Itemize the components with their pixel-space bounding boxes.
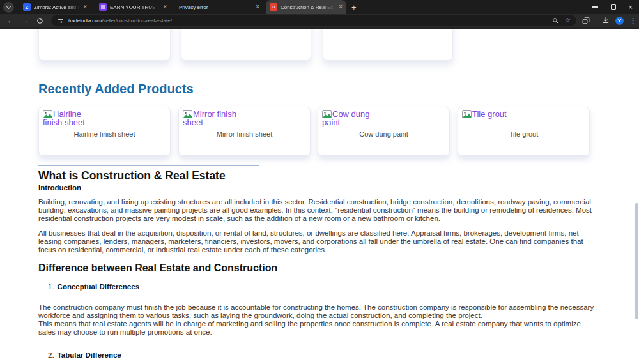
download-icon[interactable] <box>602 17 610 24</box>
list-label: Tabular Difference <box>58 351 121 359</box>
recently-added-heading: Recently Added Products <box>38 82 194 96</box>
article-title: What is Construction & Real Estate <box>38 169 226 183</box>
product-caption: Tile grout <box>458 130 589 138</box>
tab-title: Construction & Real Esta <box>281 4 336 10</box>
paragraph: Building, renovating, and fixing up exis… <box>38 198 594 223</box>
back-icon[interactable]: ← <box>7 17 14 24</box>
address-bar[interactable]: tradeindia.com/seller/construction-real-… <box>51 15 576 26</box>
product-image-link[interactable]: Tile grout <box>462 110 532 118</box>
new-tab-button[interactable]: + <box>351 3 357 12</box>
close-icon[interactable]: × <box>339 4 343 10</box>
paragraph-line: The construction company must finish the… <box>38 303 594 320</box>
close-icon[interactable]: × <box>163 4 167 10</box>
list-item-tabular: 2. Tabular Difference <box>48 351 121 359</box>
partial-product-card[interactable] <box>38 29 171 61</box>
minimize-icon[interactable] <box>592 6 598 7</box>
chevron-down-icon <box>6 4 11 8</box>
broken-image-icon <box>462 110 472 118</box>
profile-avatar[interactable]: Y <box>615 17 624 25</box>
product-caption: Cow dung paint <box>318 130 449 138</box>
product-caption: Hairline finish sheet <box>39 130 170 138</box>
tab-title: EARN YOUR TRUST STA <box>110 4 160 10</box>
product-card[interactable]: Hairline finish sheet Hairline finish sh… <box>38 107 171 156</box>
close-icon[interactable]: × <box>83 4 87 10</box>
introduction-heading: Introduction <box>38 184 81 192</box>
close-icon[interactable]: × <box>256 4 259 10</box>
tab-search-button[interactable] <box>3 2 14 13</box>
tab-construction-active[interactable]: TI Construction & Real Esta × <box>266 0 346 14</box>
url-path: /seller/construction-real-estate/ <box>102 18 171 24</box>
tab-privacy-error[interactable]: Privacy error × <box>175 0 263 14</box>
paragraph: The construction company must finish the… <box>38 303 594 337</box>
toolbar-separator <box>596 17 596 24</box>
tab-separator <box>93 4 93 10</box>
list-number: 1. <box>48 283 54 291</box>
tab-bar: Z Zimbra: Active and Brok × EARN YOUR TR… <box>0 0 639 14</box>
partial-product-card[interactable] <box>323 29 453 61</box>
screenshot-stage: Z Zimbra: Active and Brok × EARN YOUR TR… <box>0 0 639 364</box>
tab-separator <box>173 4 173 10</box>
list-number: 2. <box>48 351 54 359</box>
forward-icon[interactable]: → <box>22 17 29 24</box>
product-image-link[interactable]: Mirror finish sheet <box>183 110 253 126</box>
tab-zimbra[interactable]: Z Zimbra: Active and Brok × <box>19 0 91 14</box>
tab-earn-trust[interactable]: EARN YOUR TRUST STA × <box>95 0 171 14</box>
address-bar-row: ← → tradeindia.com/seller/construction-r… <box>0 14 639 27</box>
url-text[interactable]: tradeindia.com/seller/construction-real-… <box>68 18 172 24</box>
product-image-link[interactable]: Hairline finish sheet <box>43 110 113 126</box>
product-card[interactable]: Cow dung paint Cow dung paint <box>318 107 450 156</box>
zoom-magnifier-icon[interactable] <box>552 17 559 24</box>
paragraph-line: This means that real estate agents will … <box>38 320 594 337</box>
list-label: Conceptual Differences <box>58 283 139 291</box>
product-card[interactable]: Mirror finish sheet Mirror finish sheet <box>178 107 311 156</box>
product-caption: Mirror finish sheet <box>179 130 310 138</box>
restore-icon[interactable] <box>611 4 616 10</box>
tab-title: Zimbra: Active and Brok <box>34 4 81 10</box>
web-page-content: Recently Added Products Hairline finish … <box>0 29 639 364</box>
browser-menu-icon[interactable]: ⋮ <box>629 17 636 25</box>
bookmark-star-icon[interactable]: ☆ <box>565 17 571 24</box>
tradeindia-favicon-icon: TI <box>270 3 277 11</box>
product-card[interactable]: Tile grout Tile grout <box>458 107 590 156</box>
paragraph: All businesses that deal in the acquisit… <box>38 229 594 254</box>
reload-icon[interactable] <box>36 17 43 24</box>
tab-groups-icon[interactable] <box>582 17 590 24</box>
scrollbar-thumb[interactable] <box>635 203 638 319</box>
tab-title: Privacy error <box>179 4 253 10</box>
section-divider <box>38 165 259 166</box>
zimbra-favicon-icon: Z <box>23 3 31 11</box>
purple-favicon-icon <box>99 3 107 11</box>
site-settings-icon[interactable] <box>57 17 64 24</box>
product-image-link[interactable]: Cow dung paint <box>322 110 392 126</box>
url-domain: tradeindia.com <box>68 18 102 24</box>
partial-product-card[interactable] <box>181 29 311 61</box>
product-alt-text: Tile grout <box>472 109 507 119</box>
browser-chrome: Z Zimbra: Active and Brok × EARN YOUR TR… <box>0 0 639 29</box>
difference-heading: Difference between Real Estate and Const… <box>38 262 277 274</box>
window-controls: × <box>592 0 633 14</box>
window-close-icon[interactable]: × <box>629 4 633 11</box>
list-item-conceptual: 1. Conceptual Differences <box>48 283 139 291</box>
